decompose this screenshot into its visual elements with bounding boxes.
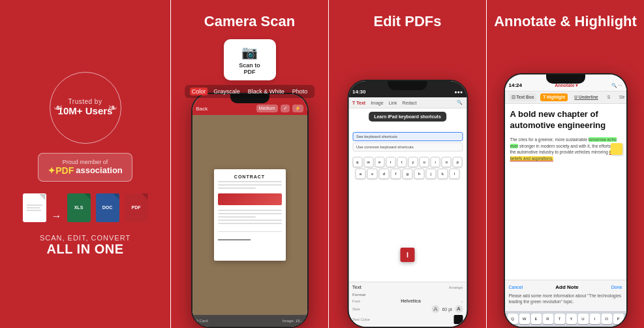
key-t: t [397, 157, 406, 167]
textbox-tool[interactable]: ⊡ Text Box [509, 93, 537, 101]
key-d: d [379, 169, 390, 179]
xls-label: XLS [74, 205, 84, 210]
strikethrough-2-tool[interactable]: Str [617, 93, 626, 101]
kb-u[interactable]: U [578, 314, 589, 324]
edit-pdfs-title: Edit PDFs [374, 13, 442, 30]
highlight-tool[interactable]: T Highlight [540, 93, 568, 101]
key-s: s [367, 169, 378, 179]
blank-doc-icon [23, 193, 46, 222]
kb-r[interactable]: R [543, 314, 553, 324]
key-a: a [356, 169, 366, 179]
doc-icon: DOC [96, 193, 119, 222]
file-icons: → XLS DOC PDF [23, 193, 148, 222]
panel-features: Trusted by 10M+ Users Proud member of ✦P… [0, 0, 170, 328]
document-preview: CONTRACT [192, 115, 307, 315]
size-increase-btn[interactable]: A [455, 305, 463, 313]
badges-container: Trusted by 10M+ Users Proud member of ✦P… [38, 72, 132, 182]
key-w: w [363, 157, 373, 167]
scan-footer: 0 Card Image: 16... [192, 315, 307, 327]
strikethrough-tool[interactable]: S [605, 93, 613, 101]
add-note-title: Add Note [555, 284, 579, 290]
flash-btn[interactable]: ⚡ [292, 105, 303, 112]
note-cancel-btn[interactable]: Cancel [509, 285, 523, 289]
kb-q[interactable]: Q [508, 314, 518, 324]
phone-screen-4: 14:24 Annotate ▾ 🔍 ··· ⊡ Text Box T High… [505, 74, 626, 327]
kb-o[interactable]: O [602, 314, 612, 324]
scan-controls: Medium ⤢ ⚡ [256, 105, 303, 112]
edit-toolbar[interactable]: T Text Image Link Redact 🔍 [348, 97, 467, 108]
color-swatch[interactable] [453, 315, 463, 324]
color-tab-bw[interactable]: Black & White [246, 88, 286, 95]
scan-to-pdf-card[interactable]: 📷 Scan toPDF [224, 39, 276, 80]
color-tab-photo[interactable]: Photo [290, 88, 310, 95]
kb-w[interactable]: W [519, 314, 530, 324]
image-tool[interactable]: Image [371, 101, 383, 105]
size-decrease-btn[interactable]: A [431, 305, 439, 313]
kb-t[interactable]: T [555, 314, 565, 324]
key-e: e [375, 157, 384, 167]
phone-frame-2: Back Medium ⤢ ⚡ CONTRACT [191, 93, 309, 328]
camera-scan-title: Camera Scan [204, 13, 295, 30]
pdf-icon: PDF [125, 193, 148, 222]
phone-annotate: 14:24 Annotate ▾ 🔍 ··· ⊡ Text Box T High… [504, 73, 628, 328]
key-i: i [431, 157, 440, 167]
tagline-main: ALL IN ONE [40, 242, 130, 257]
member-logo: ✦PDF association [48, 165, 123, 176]
link-tool[interactable]: Link [389, 101, 397, 105]
member-badge: Proud member of ✦PDF association [38, 153, 132, 182]
anno-toolbar[interactable]: ⊡ Text Box T Highlight U Underline S Str [505, 91, 626, 104]
doc-line-6 [218, 216, 256, 218]
shortcut-item-selected[interactable]: See keyboard shortcuts [352, 132, 463, 141]
panel-camera-scan: Camera Scan 📷 Scan toPDF Color Grayscale… [171, 0, 328, 328]
kb-y[interactable]: Y [566, 314, 577, 324]
convert-arrow-icon: → [52, 210, 62, 222]
kb-i[interactable]: I [590, 314, 600, 324]
highlight-icon: T [543, 95, 545, 99]
search-icon[interactable]: 🔍 [457, 100, 463, 105]
size-value: 60 pt [442, 307, 452, 312]
doc-line-3 [218, 188, 256, 189]
time-display: 14:30 [352, 89, 365, 95]
key-y: y [408, 157, 418, 167]
virtual-keyboard: q w e r t y u i o p a [352, 157, 463, 179]
key-j: j [426, 169, 437, 179]
color-row: Text Color [352, 315, 463, 324]
font-row: Font Helvetica › [352, 299, 463, 303]
font-chevron-icon: › [461, 299, 463, 303]
text-tool[interactable]: T Text [352, 101, 365, 105]
redact-tool[interactable]: Redact [402, 101, 416, 105]
panel-annotate: Annotate & Highlight 14:24 Annotate ▾ 🔍 … [487, 0, 644, 328]
sticky-note[interactable] [611, 143, 622, 155]
note-done-btn[interactable]: Done [611, 285, 622, 289]
scan-pdf-label: Scan toPDF [239, 62, 260, 75]
format-header-row: Text Arrange [352, 285, 463, 289]
phone-notch-4 [546, 74, 585, 84]
shortcut-item-1[interactable]: Use common keyboard shortcuts [352, 142, 463, 152]
text-tool-label: Text [356, 101, 365, 105]
underline-tool[interactable]: U Underline [572, 93, 601, 101]
anno-content: A bold new chapter of automotive enginee… [505, 104, 626, 280]
phone-screen-3: 14:30 ●●● T Text Image Link Redact 🔍 Lea… [348, 81, 467, 327]
doc-line-7 [218, 220, 282, 221]
kb-p[interactable]: P [613, 314, 624, 324]
phone-notch-3 [388, 81, 427, 90]
note-body-text: Please add some more information about "… [509, 293, 622, 304]
font-label: Font [352, 299, 360, 303]
add-note-popup: Cancel Add Note Done Please add some mor… [505, 280, 626, 311]
xls-icon: XLS [67, 193, 91, 222]
size-control[interactable]: A 60 pt A [431, 305, 463, 313]
back-button[interactable]: Back [196, 106, 208, 112]
color-tab-grayscale[interactable]: Grayscale [211, 88, 242, 95]
shortcut-popup-1: Learn iPad keyboard shortcuts [369, 112, 446, 122]
key-f: f [391, 169, 401, 179]
color-label: Text Color [352, 318, 370, 321]
camera-icon: 📷 [241, 44, 258, 60]
status-icons: ●●● [454, 90, 463, 94]
key-g: g [403, 169, 413, 179]
color-mode-tabs[interactable]: Color Grayscale Black & White Photo [185, 85, 315, 98]
medium-btn[interactable]: Medium [256, 105, 278, 112]
expand-btn[interactable]: ⤢ [281, 105, 290, 112]
color-tab-color[interactable]: Color [190, 88, 208, 95]
size-row: Size A 60 pt A [352, 305, 463, 313]
kb-e[interactable]: E [531, 314, 542, 324]
